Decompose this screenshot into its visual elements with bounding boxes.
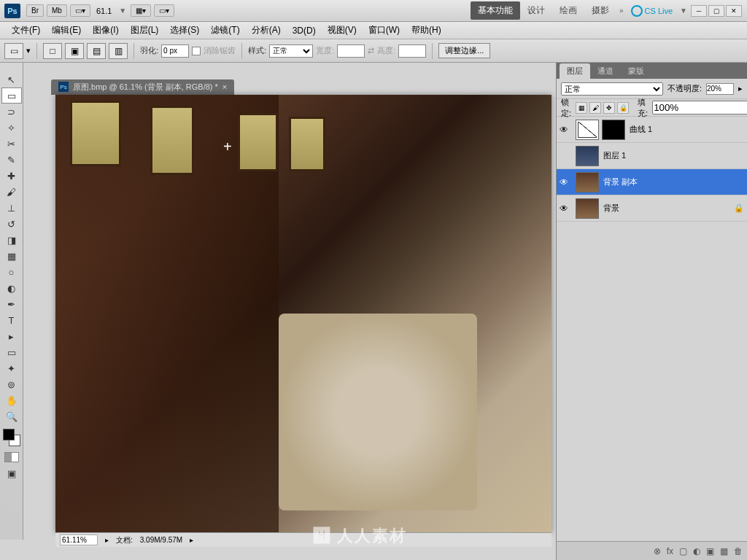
menu-window[interactable]: 窗口(W) [363,22,406,39]
layer-row[interactable]: 图层 1 [557,143,747,169]
menu-file[interactable]: 文件(F) [6,22,46,39]
layer-thumb[interactable] [576,198,599,219]
minimize-button[interactable]: ─ [691,5,707,17]
menu-3d[interactable]: 3D(D) [287,23,322,38]
document-tab[interactable]: Ps 原图.bmp @ 61.1% (背景 副本, RGB/8) * × [51,79,234,95]
canvas[interactable]: + [55,95,551,532]
sel-new-icon[interactable]: □ [43,43,62,59]
close-icon[interactable]: × [222,82,227,91]
tab-channels[interactable]: 通道 [590,63,621,79]
extras-button[interactable]: ▭▾ [154,4,174,17]
folder-icon[interactable]: ▣ [706,546,714,556]
fg-color-swatch[interactable] [3,429,15,440]
workspace-design[interactable]: 设计 [520,1,552,20]
color-swatches[interactable] [0,427,23,449]
chevron-right-icon[interactable]: ▸ [190,536,193,544]
zoom-tool[interactable]: 🔍 [1,408,22,424]
eyedropper-tool[interactable]: ✎ [1,152,22,168]
workspace-more-icon[interactable]: » [619,7,624,15]
zoom-value[interactable]: 61.1 [96,7,112,15]
menu-image[interactable]: 图像(I) [87,22,124,39]
tool-preset-icon[interactable]: ▭ [4,43,23,59]
workspace-photo[interactable]: 摄影 [584,1,616,20]
eye-icon[interactable]: 👁 [560,125,571,135]
workspace-basic[interactable]: 基本功能 [471,1,520,20]
menu-view[interactable]: 视图(V) [322,22,363,39]
path-select-tool[interactable]: ▸ [1,328,22,344]
layer-thumb[interactable] [576,146,599,166]
menu-filter[interactable]: 滤镜(T) [205,22,245,39]
new-layer-icon[interactable]: ▦ [720,546,728,556]
minibridge-button[interactable]: Mb [47,4,67,17]
layer-row[interactable]: 👁 背景 副本 [557,169,747,195]
maximize-button[interactable]: ▢ [708,5,724,17]
eye-icon[interactable]: 👁 [560,177,571,187]
menu-analysis[interactable]: 分析(A) [246,22,287,39]
layer-row[interactable]: 👁 曲线 1 [557,117,747,143]
lock-trans-icon[interactable]: ▦ [576,102,587,114]
lock-all-icon[interactable]: 🔒 [617,102,629,114]
style-select[interactable]: 正常 [269,44,313,58]
adjustment-icon[interactable]: ◐ [693,546,700,556]
menu-help[interactable]: 帮助(H) [406,22,447,39]
sel-sub-icon[interactable]: ▤ [87,43,106,59]
screenmode-toggle[interactable]: ▣ [1,465,22,481]
zoom-input[interactable] [60,534,98,545]
move-tool[interactable]: ↖ [1,71,22,88]
chevron-right-icon[interactable]: ▸ [105,536,109,544]
layer-name[interactable]: 图层 1 [603,150,744,161]
eye-icon[interactable] [560,151,571,161]
shape-tool[interactable]: ▭ [1,344,22,360]
crop-tool[interactable]: ✂ [1,136,22,152]
type-tool[interactable]: T [1,312,22,328]
menu-edit[interactable]: 编辑(E) [46,22,87,39]
cslive-button[interactable]: CS Live [631,5,673,17]
blend-mode-select[interactable]: 正常 [561,82,663,96]
trash-icon[interactable]: 🗑 [734,546,743,556]
mask-icon[interactable]: ▢ [679,546,687,556]
opacity-input[interactable] [706,83,734,95]
workspace-paint[interactable]: 绘画 [552,1,584,20]
chevron-down-icon[interactable]: ▾ [26,46,31,55]
fx-icon[interactable]: fx [667,546,673,556]
screen-mode-button[interactable]: ▭▾ [70,4,90,17]
sel-intersect-icon[interactable]: ▥ [109,43,128,59]
heal-tool[interactable]: ✚ [1,168,22,184]
history-brush-tool[interactable]: ↺ [1,216,22,232]
chevron-right-icon[interactable]: ▸ [738,84,743,93]
wand-tool[interactable]: ✧ [1,120,22,136]
layer-thumb[interactable] [576,120,599,140]
3d-cam-tool[interactable]: ⊚ [1,376,22,392]
menu-select[interactable]: 选择(S) [164,22,205,39]
layer-name[interactable]: 曲线 1 [630,124,744,135]
3d-tool[interactable]: ✦ [1,360,22,376]
lock-pos-icon[interactable]: ✥ [603,102,615,114]
lock-pixels-icon[interactable]: 🖌 [589,102,601,114]
layer-name[interactable]: 背景 副本 [603,176,744,187]
lasso-tool[interactable]: ⊃ [1,104,22,120]
menu-layer[interactable]: 图层(L) [125,22,165,39]
bridge-button[interactable]: Br [26,4,44,17]
close-button[interactable]: ✕ [726,5,742,17]
tab-paths[interactable]: 蒙版 [621,63,651,79]
sel-add-icon[interactable]: ▣ [65,43,84,59]
link-icon[interactable]: ⊗ [654,546,661,556]
hand-tool[interactable]: ✋ [1,392,22,408]
chevron-down-icon[interactable]: ▼ [119,7,126,15]
dodge-tool[interactable]: ◐ [1,280,22,296]
eraser-tool[interactable]: ◨ [1,232,22,248]
layer-mask-thumb[interactable] [602,120,625,140]
arrange-button[interactable]: ▦▾ [131,4,151,17]
quickmask-toggle[interactable] [4,452,19,462]
tab-layers[interactable]: 图层 [560,63,590,79]
layer-thumb[interactable] [576,172,599,192]
layer-row[interactable]: 👁 背景 🔒 [557,195,747,222]
brush-tool[interactable]: 🖌 [1,184,22,200]
layer-name[interactable]: 背景 [603,203,729,214]
gradient-tool[interactable]: ▦ [1,248,22,264]
pen-tool[interactable]: ✒ [1,296,22,312]
stamp-tool[interactable]: ⊥ [1,200,22,216]
refine-edge-button[interactable]: 调整边缘... [438,43,490,58]
marquee-tool[interactable]: ▭ [1,88,22,104]
antialias-check[interactable] [192,47,201,55]
